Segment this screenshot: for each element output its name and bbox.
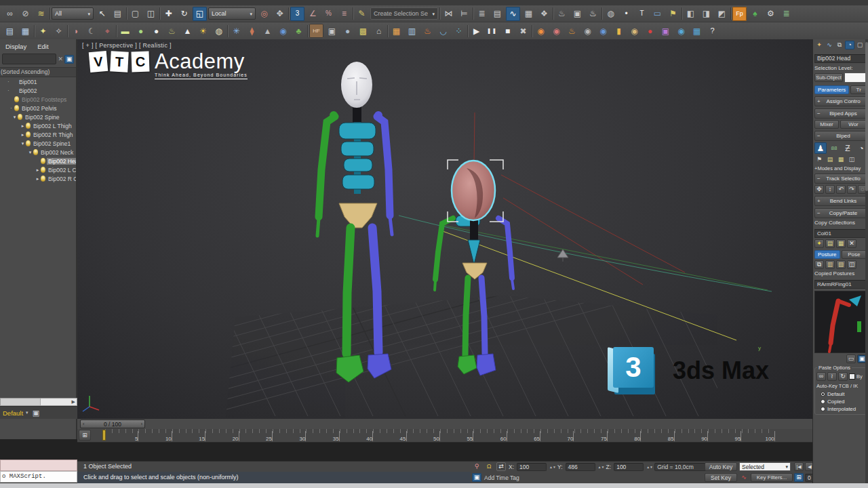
use-center-icon[interactable]: ◎ [257,7,271,21]
foliage-icon[interactable]: ♣ [292,24,306,38]
window-crossing-icon[interactable]: ◫ [144,7,158,21]
layer-dropdown-icon[interactable]: ▾ [26,410,28,415]
expand-arrow-icon[interactable]: · [5,79,12,84]
clear-search-icon[interactable]: ✕ [58,56,63,62]
layer-manager-icon[interactable]: ≣ [475,7,489,21]
state-set-a-icon[interactable]: ◧ [684,7,698,21]
expand-arrow-icon[interactable]: ▸ [35,176,41,182]
lightbulb-icon[interactable] [26,123,31,129]
paste-checkbox[interactable] [849,373,855,380]
toolbar-icon[interactable] [439,7,440,20]
tree-item[interactable]: ▾ Bip002 Spine [0,113,76,121]
capsule-tool-icon[interactable]: ▭ [650,7,665,21]
posture-tab[interactable]: Posture [814,250,840,259]
delete-posture-icon[interactable]: ◫ [847,260,856,269]
percent-snap-icon[interactable]: % [321,7,336,21]
add-time-tag[interactable]: Add Time Tag [484,474,519,481]
tree-item[interactable]: ▸ Bip002 R Thigh [0,130,76,139]
toolbar-icon[interactable] [67,25,68,37]
layer-explorer-icon[interactable]: ▦ [18,24,33,38]
tree-item[interactable]: ▾ Bip002 Spine1 [0,139,76,148]
figure-mode-icon[interactable]: ♟ [814,142,827,154]
z-spinner[interactable]: ▲▼ [646,466,652,468]
mini-curve-editor-button[interactable]: ⊞ [79,430,91,441]
material-editor-icon[interactable]: ❖ [537,7,551,21]
light-create-icon[interactable]: ✧ [52,24,66,38]
paste-rotation-icon[interactable]: ↻ [838,372,848,381]
torus-primitive-icon[interactable]: ◍ [212,24,226,38]
character-tool-icon[interactable]: ⚑ [666,7,680,21]
motion-tab-icon[interactable]: ◔ [845,41,854,49]
toolbar-icon[interactable] [159,7,160,20]
load-collection-icon[interactable]: ▤ [825,239,835,248]
rollout-copy-paste[interactable]: −Copy/Paste [814,208,867,218]
mixer-button[interactable]: Mixer [814,120,839,129]
new-key-curve-icon[interactable]: ∿ [739,473,749,482]
pool-icon[interactable]: ▦ [690,24,704,38]
ribbon-toggle-icon[interactable]: ▤ [490,7,505,21]
red-ball-icon[interactable]: ● [643,24,657,38]
current-frame-marker[interactable] [102,430,106,441]
key-filters-button[interactable]: Key Filters... [751,473,793,482]
create-tab-icon[interactable]: ✦ [814,41,824,49]
rollout-bend-links[interactable]: +Bend Links [814,196,867,206]
reference-coordinate-dropdown[interactable]: Local [208,7,256,20]
vapor-icon[interactable]: ◉ [580,24,595,38]
expand-arrow-icon[interactable]: ▸ [20,132,26,138]
lightbulb-icon[interactable] [14,96,19,102]
viewport[interactable]: y [77,39,812,419]
body-vertical-icon[interactable]: ↕ [825,185,835,194]
motion-flow-icon[interactable]: Ƶ [842,142,854,154]
paste-opposite-icon[interactable]: ▧ [836,260,846,269]
scene-explorer-icon[interactable]: ▤ [3,24,17,38]
camera-create-icon[interactable]: ⌖ [100,24,115,38]
paste-posture-icon[interactable]: ▥ [825,260,835,269]
fire-sim-icon[interactable]: ♨ [420,24,435,38]
lightbulb-icon[interactable] [41,158,45,164]
toolbar-icon[interactable] [353,7,353,20]
paste-radio-option[interactable]: Copied [816,398,865,405]
expand-arrow-icon[interactable]: ▾ [27,150,33,155]
named-selection-sets-dropdown[interactable]: Create Selection Se [370,7,438,20]
lightbulb-icon[interactable] [26,131,31,138]
time-slider-track[interactable]: ‹ 0 / 100 › [77,419,812,430]
selection-filter-dropdown[interactable]: All [52,7,94,20]
toolbar-icon[interactable] [34,25,35,37]
earth-globe-icon[interactable]: ◉ [276,24,290,38]
tree-item[interactable]: ▸ Bip002 L Thigh [0,121,76,130]
footstep-mode-icon[interactable]: 88 [828,142,840,154]
sphere-primitive-icon[interactable]: ● [134,24,148,38]
tower-object-icon[interactable]: ▲ [260,24,275,38]
delete-sim-icon[interactable]: ✖ [516,24,530,38]
cube-icon[interactable]: ▣ [33,409,39,418]
building-object-icon[interactable]: ⌂ [372,24,386,38]
grey-sphere-icon[interactable]: ● [340,24,355,38]
toolbar-icon[interactable] [307,25,308,37]
fire-swirl-icon[interactable]: ◉ [534,24,548,38]
expand-arrow-icon[interactable]: ▸ [35,167,41,173]
schematic-view-icon[interactable]: ▦ [521,7,536,21]
toolbar-icon[interactable] [116,25,117,37]
tools-wrench-icon[interactable]: ⚙ [764,7,778,21]
explorer-menu-item[interactable]: Display [5,43,26,50]
expand-arrow-icon[interactable]: · [5,88,12,93]
rendered-frame-icon[interactable]: ▣ [570,7,585,21]
expand-arrow-icon[interactable]: ▾ [20,141,26,146]
sub-object-button[interactable]: Sub-Object [814,73,843,82]
tree-item[interactable]: · Bip001 [0,77,76,86]
toolbar-icon[interactable] [467,25,468,37]
checker-map-icon[interactable]: ▩ [356,24,370,38]
lock-com-icon[interactable]: ↷ [847,185,856,194]
hf-plugin-icon[interactable]: HF [309,24,323,38]
x-coordinate-field[interactable]: 100 [517,463,547,471]
toolbar-icon[interactable] [227,25,228,37]
select-and-link-icon[interactable]: ∞ [3,7,17,21]
save-collection-icon[interactable]: ▦ [836,239,846,248]
toolbar-icon[interactable] [553,7,553,20]
light-lister-icon[interactable]: ✦ [36,24,50,38]
paste-radio-option[interactable]: Interpolated [816,405,865,413]
time-slider-handle[interactable]: ‹ 0 / 100 › [80,420,145,428]
help-icon[interactable]: ? [705,24,719,38]
lightbulb-icon[interactable] [33,149,38,155]
toolbar-icon[interactable] [473,7,473,20]
